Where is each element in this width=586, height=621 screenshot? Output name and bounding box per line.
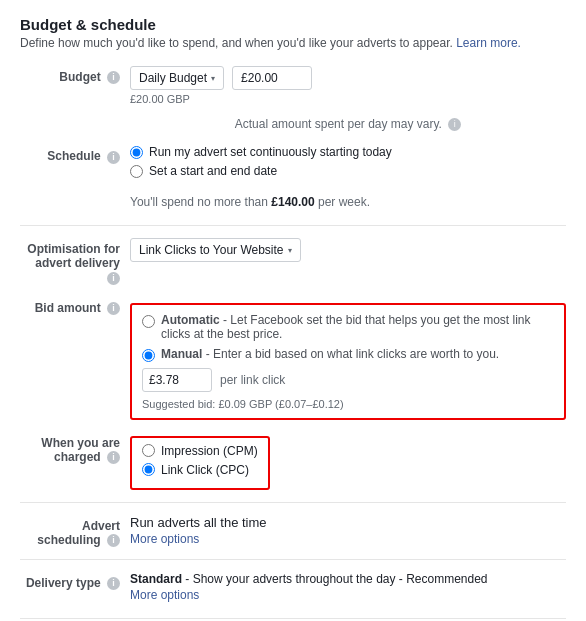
charged-impression-option[interactable]: Impression (CPM) xyxy=(142,444,258,458)
schedule-option-continuous[interactable]: Run my advert set continuously starting … xyxy=(130,145,566,159)
charged-cpc-option[interactable]: Link Click (CPC) xyxy=(142,463,258,477)
optimisation-arrow-icon: ▾ xyxy=(288,246,292,255)
bid-amount-row: Bid amount i Automatic - Let Facebook se… xyxy=(20,297,566,420)
delivery-type-more-options[interactable]: More options xyxy=(130,588,566,602)
when-charged-info-icon[interactable]: i xyxy=(107,451,120,464)
budget-content: Daily Budget ▾ £20.00 GBP xyxy=(130,66,566,105)
optimisation-label: Optimisation for advert delivery i xyxy=(20,238,130,284)
section-header: Budget & schedule Define how much you'd … xyxy=(20,16,566,50)
actual-amount-note: Actual amount spent per day may vary. i xyxy=(20,117,566,131)
advert-scheduling-value: Run adverts all the time xyxy=(130,515,566,530)
advert-scheduling-content: Run adverts all the time More options xyxy=(130,515,566,546)
optimisation-content: Link Clicks to Your Website ▾ xyxy=(130,238,566,262)
optimisation-row: Optimisation for advert delivery i Link … xyxy=(20,238,566,284)
schedule-content: Run my advert set continuously starting … xyxy=(130,145,566,183)
schedule-radio-continuous[interactable] xyxy=(130,146,143,159)
delivery-type-row: Delivery type i Standard - Show your adv… xyxy=(20,572,566,602)
charged-option-1-label: Link Click (CPC) xyxy=(161,463,249,477)
bid-radio-automatic[interactable] xyxy=(142,315,155,328)
divider-1 xyxy=(20,225,566,226)
delivery-type-info-icon[interactable]: i xyxy=(107,577,120,590)
when-charged-row: When you are charged i Impression (CPM) … xyxy=(20,432,566,490)
spend-note: You'll spend no more than £140.00 per we… xyxy=(20,195,566,209)
optimisation-info-icon[interactable]: i xyxy=(107,272,120,285)
bid-info-icon[interactable]: i xyxy=(107,302,120,315)
delivery-type-content: Standard - Show your adverts throughout … xyxy=(130,572,566,602)
dropdown-arrow-icon: ▾ xyxy=(211,74,215,83)
schedule-info-icon[interactable]: i xyxy=(107,151,120,164)
bid-amount-label: Bid amount i xyxy=(20,297,130,315)
when-charged-label: When you are charged i xyxy=(20,432,130,464)
schedule-radio-dates[interactable] xyxy=(130,165,143,178)
advert-scheduling-info-icon[interactable]: i xyxy=(107,534,120,547)
delivery-type-value: Standard - Show your adverts throughout … xyxy=(130,572,566,586)
section-title: Budget & schedule xyxy=(20,16,566,33)
optimisation-dropdown-value: Link Clicks to Your Website xyxy=(139,243,284,257)
bid-amount-red-box: Automatic - Let Facebook set the bid tha… xyxy=(130,303,566,420)
charged-radio-cpc[interactable] xyxy=(142,463,155,476)
budget-label: Budget i xyxy=(20,66,130,84)
actual-amount-info-icon[interactable]: i xyxy=(448,118,461,131)
budget-sub-label: £20.00 GBP xyxy=(130,93,566,105)
bid-option-automatic[interactable]: Automatic - Let Facebook set the bid tha… xyxy=(142,313,554,341)
schedule-label: Schedule i xyxy=(20,145,130,163)
per-click-label: per link click xyxy=(220,373,285,387)
bid-automatic-text: Automatic - Let Facebook set the bid tha… xyxy=(161,313,554,341)
optimisation-dropdown[interactable]: Link Clicks to Your Website ▾ xyxy=(130,238,301,262)
bid-manual-text: Manual - Enter a bid based on what link … xyxy=(161,347,499,361)
schedule-option-1-label: Set a start and end date xyxy=(149,164,277,178)
page-container: Budget & schedule Define how much you'd … xyxy=(0,0,586,621)
schedule-row: Schedule i Run my advert set continuousl… xyxy=(20,145,566,183)
budget-amount-input[interactable] xyxy=(232,66,312,90)
advert-scheduling-more-options[interactable]: More options xyxy=(130,532,566,546)
delivery-type-label: Delivery type i xyxy=(20,572,130,590)
divider-3 xyxy=(20,559,566,560)
charged-option-0-label: Impression (CPM) xyxy=(161,444,258,458)
budget-inputs: Daily Budget ▾ xyxy=(130,66,566,90)
divider-2 xyxy=(20,502,566,503)
bid-amount-input-row: per link click xyxy=(142,368,554,392)
schedule-option-dates[interactable]: Set a start and end date xyxy=(130,164,566,178)
bid-amount-value-input[interactable] xyxy=(142,368,212,392)
section-desc-text: Define how much you'd like to spend, and… xyxy=(20,36,453,50)
budget-type-dropdown[interactable]: Daily Budget ▾ xyxy=(130,66,224,90)
budget-dropdown-value: Daily Budget xyxy=(139,71,207,85)
bid-radio-manual[interactable] xyxy=(142,349,155,362)
charged-radio-impression[interactable] xyxy=(142,444,155,457)
schedule-option-0-label: Run my advert set continuously starting … xyxy=(149,145,392,159)
budget-row: Budget i Daily Budget ▾ £20.00 GBP xyxy=(20,66,566,105)
when-charged-red-box: Impression (CPM) Link Click (CPC) xyxy=(130,436,270,490)
bid-option-manual[interactable]: Manual - Enter a bid based on what link … xyxy=(142,347,554,362)
when-charged-content: Impression (CPM) Link Click (CPC) xyxy=(130,432,566,490)
section-desc: Define how much you'd like to spend, and… xyxy=(20,36,566,50)
budget-info-icon[interactable]: i xyxy=(107,71,120,84)
advert-scheduling-label: Advert scheduling i xyxy=(20,515,130,547)
advert-scheduling-row: Advert scheduling i Run adverts all the … xyxy=(20,515,566,547)
suggested-bid: Suggested bid: £0.09 GBP (£0.07–£0.12) xyxy=(142,398,554,410)
bid-amount-content: Automatic - Let Facebook set the bid tha… xyxy=(130,297,566,420)
learn-more-link[interactable]: Learn more. xyxy=(456,36,521,50)
